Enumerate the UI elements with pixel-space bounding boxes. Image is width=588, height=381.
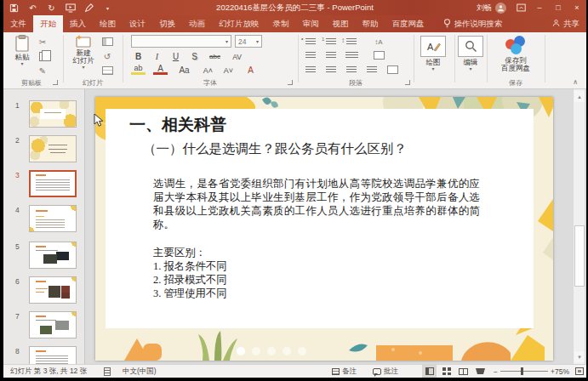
zoom-slider[interactable] [500,367,548,375]
share-button[interactable]: 共享 [552,15,579,32]
convert-smartart-button[interactable] [385,64,400,76]
align-right-button[interactable] [344,64,359,76]
text-shadow-button[interactable]: S [187,50,202,63]
underline-button[interactable]: U [168,50,183,63]
slide-subtitle[interactable]: （一）什么是选调生？跟公务员有什么区别？ [143,140,407,158]
dialog-launcher-icon[interactable] [405,80,410,85]
close-button[interactable]: × [568,0,586,15]
collapse-ribbon-icon[interactable]: ∧ [573,78,578,86]
tab-insert[interactable]: 插入 [63,15,93,32]
editing-button[interactable] [458,36,483,57]
increase-font-button[interactable]: A˄ [201,64,215,77]
start-slideshow-icon[interactable] [65,3,76,14]
slide-thumbnail[interactable] [29,276,77,304]
tab-file[interactable]: 文件 [3,15,33,32]
language-status[interactable]: 中文(中国) [123,365,157,378]
bold-button[interactable]: B [131,50,146,63]
maximize-button[interactable]: □ [549,0,568,15]
pen-annotate-icon[interactable] [83,3,94,14]
bullets-button[interactable] [303,36,318,48]
avatar[interactable] [495,3,506,14]
change-case-button[interactable]: Aa [177,64,191,77]
scrollbar-thumb[interactable] [574,225,585,287]
align-left-button[interactable] [303,64,318,76]
redo-icon[interactable]: ↻ [46,3,57,14]
ribbon-display-options-icon[interactable] [511,0,530,15]
view-sorter-button[interactable] [439,365,454,378]
view-slideshow-button[interactable] [473,365,488,378]
draw-tools-button[interactable]: A [420,36,446,57]
slide-thumbnail-selected[interactable] [29,170,77,197]
tab-review[interactable]: 审阅 [296,15,326,32]
align-text-button[interactable] [371,49,386,61]
tab-record[interactable]: 录制 [266,15,296,32]
tab-transitions[interactable]: 切换 [152,15,182,32]
comments-button[interactable]: 批注 [373,365,398,378]
layout-button[interactable] [100,36,114,48]
slide-thumbnail[interactable] [29,242,77,269]
tab-design[interactable]: 设计 [123,15,152,32]
dialog-launcher-icon[interactable] [288,80,293,85]
clear-format-button[interactable]: A [243,64,258,77]
slide-list[interactable]: 1. 报名条件不同 2. 招录模式不同 3. 管理使用不同 [153,259,227,300]
scroll-down-icon[interactable]: ▾ [574,351,585,362]
section-button[interactable] [100,65,114,77]
tell-me-search[interactable]: 操作说明搜索 [443,15,503,32]
accessibility-button[interactable] [104,365,111,378]
italic-button[interactable]: I [150,50,164,63]
zoom-out-button[interactable]: − [494,367,498,376]
columns-button[interactable] [344,49,359,61]
decrease-indent-button[interactable] [303,49,318,61]
decrease-font-button[interactable]: A˅ [221,64,236,77]
view-normal-button[interactable] [422,365,437,378]
format-painter-button[interactable]: ✎ [36,65,49,77]
minimize-button[interactable]: – [530,0,549,15]
increase-indent-button[interactable] [323,49,339,61]
font-name-combo[interactable]: ▾ [131,35,231,48]
fit-to-window-button[interactable] [575,365,584,378]
tab-help[interactable]: 帮助 [356,15,385,32]
reset-button[interactable]: ↺ [100,50,114,62]
vertical-scrollbar[interactable]: ▴ ▾ [573,89,585,364]
slide-thumbnail[interactable] [29,135,77,162]
undo-icon[interactable]: ↶ [27,3,38,14]
copy-button[interactable] [36,50,49,62]
numbering-button[interactable] [323,36,339,48]
new-slide-button[interactable]: 新建 幻灯片 ▾ [68,35,99,70]
character-spacing-button[interactable]: AV [230,50,244,63]
slide-thumbnail[interactable] [29,205,77,232]
slide-title[interactable]: 一、相关科普 [129,114,226,136]
slide-thumbnail[interactable] [29,346,77,364]
line-spacing-button[interactable] [344,36,359,48]
paste-button[interactable]: 粘贴 ▾ [10,35,34,66]
tab-animations[interactable]: 动画 [182,15,212,32]
slide-thumbnail[interactable] [29,311,77,338]
baidu-save-button[interactable]: 保存到 百度网盘 [495,57,536,72]
align-center-button[interactable] [323,64,339,76]
qat-customize-icon[interactable]: ▾ [102,3,113,14]
tab-home[interactable]: 开始 [33,15,63,32]
highlight-button[interactable]: ab [131,64,146,75]
tab-slideshow[interactable]: 幻灯片放映 [212,15,266,32]
slide-list-heading[interactable]: 主要区别： [153,246,206,260]
zoom-level[interactable]: 75% [555,365,569,378]
zoom-slider-thumb[interactable] [521,367,523,375]
font-color-button[interactable]: A [153,64,168,75]
notes-button[interactable]: 备注 [332,365,357,378]
slide-body[interactable]: 选调生，是各省党委组织部门有计划地从高等院校选调品学兼优的应届大学本科及其以上毕… [153,177,480,231]
tab-view[interactable]: 视图 [326,15,356,32]
cut-button[interactable]: ✂ [36,36,49,48]
account-chip[interactable]: 刘畅 [477,3,506,14]
view-reading-button[interactable] [456,365,471,378]
dialog-launcher-icon[interactable] [53,80,58,85]
tab-baidu-netdisk[interactable]: 百度网盘 [385,15,431,32]
tab-draw[interactable]: 绘图 [93,15,123,32]
justify-button[interactable] [364,64,380,76]
slide[interactable]: 一、相关科普 （一）什么是选调生？跟公务员有什么区别？ 选调生，是各省党委组织部… [95,97,553,361]
font-size-combo[interactable]: 24 ▾ [235,35,262,48]
text-direction-button[interactable]: ↕A [371,36,386,48]
slide-thumbnail[interactable] [29,100,77,128]
scroll-up-icon[interactable]: ▴ [574,91,585,102]
strikethrough-button[interactable]: abc [208,50,222,63]
save-icon[interactable] [9,3,20,14]
